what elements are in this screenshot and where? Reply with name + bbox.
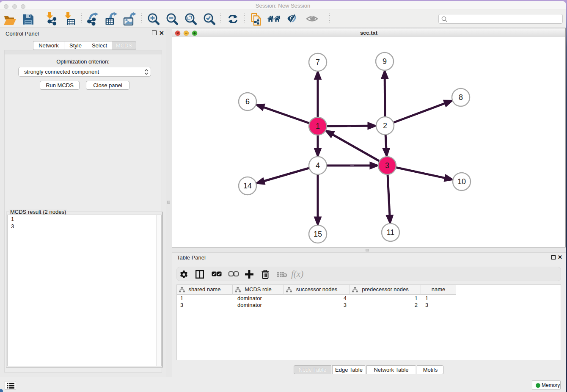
svg-text:7: 7 [316, 58, 320, 66]
svg-text:9: 9 [383, 57, 387, 66]
svg-text:3: 3 [385, 161, 389, 170]
svg-text:15: 15 [314, 230, 322, 238]
svg-text:11: 11 [387, 228, 395, 237]
svg-text:1: 1 [316, 122, 320, 130]
svg-text:10: 10 [457, 177, 466, 186]
svg-text:2: 2 [383, 121, 387, 130]
svg-text:14: 14 [243, 182, 252, 190]
svg-text:6: 6 [245, 97, 250, 106]
svg-text:4: 4 [316, 161, 320, 170]
svg-text:8: 8 [459, 93, 463, 102]
